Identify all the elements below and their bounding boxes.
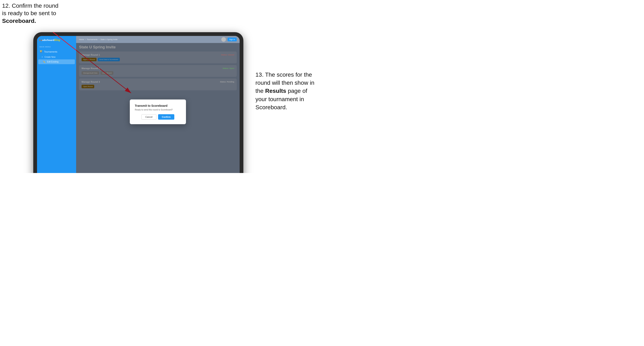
modal-title: Transmit to Scoreboard — [135, 104, 181, 107]
sidebar-tournaments-label: Tournaments — [44, 50, 58, 53]
breadcrumb-sep2: > — [98, 38, 100, 40]
tablet-frame: LeaderboardKing MAIN MENU 🏆 Tournaments … — [33, 32, 243, 173]
app-layout: LeaderboardKing MAIN MENU 🏆 Tournaments … — [37, 36, 240, 173]
sidebar-create-label: Create New — [44, 56, 56, 58]
logo-board: aderboard — [42, 38, 54, 41]
modal-box: Transmit to Scoreboard Ready to send thi… — [130, 99, 186, 124]
breadcrumb-sep1: > — [85, 38, 86, 40]
logo-king: King — [54, 38, 60, 41]
annotation-top: 12. Confirm the round is ready to be sen… — [2, 2, 58, 25]
breadcrumb-tournaments: Tournaments — [87, 38, 98, 40]
modal-overlay: Transmit to Scoreboard Ready to send thi… — [76, 43, 240, 173]
edit-icon: ✏️ — [43, 61, 45, 63]
page-content: State U Spring Invite Manage Round 1 Sta… — [76, 43, 240, 173]
annotation-line2: is ready to be sent to — [2, 10, 56, 16]
annotation-bottom: 13. The scores for the round will then s… — [256, 71, 320, 111]
tablet-screen: LeaderboardKing MAIN MENU 🏆 Tournaments … — [37, 36, 240, 173]
breadcrumb: Home > Tournaments > State U Spring Invi… — [79, 38, 118, 40]
logo: LeaderboardKing — [39, 38, 60, 42]
modal-actions: Cancel Confirm — [135, 114, 181, 120]
breadcrumb-current: State U Spring Invite — [100, 38, 118, 40]
top-header: Home > Tournaments > State U Spring Invi… — [76, 36, 240, 43]
logo-container: LeaderboardKing — [37, 36, 76, 44]
sidebar-item-tournaments[interactable]: 🏆 Tournaments — [37, 49, 76, 55]
sidebar-item-create-new[interactable]: + Create New — [37, 55, 76, 59]
trophy-icon: 🏆 — [40, 50, 42, 53]
annotation-bottom-text: 13. The scores for the round will then s… — [256, 71, 314, 111]
sidebar-item-edit-existing[interactable]: ✏️ Edit Existing — [38, 59, 75, 64]
modal-cancel-button[interactable]: Cancel — [142, 114, 156, 120]
user-avatar — [221, 37, 226, 42]
sidebar-edit-label: Edit Existing — [47, 61, 58, 63]
menu-label: MAIN MENU — [37, 44, 76, 49]
sidebar: LeaderboardKing MAIN MENU 🏆 Tournaments … — [37, 36, 76, 173]
sign-in-button[interactable]: Sign In — [228, 38, 237, 41]
logo-leader: Le — [39, 38, 42, 41]
annotation-line1: 12. Confirm the round — [2, 2, 58, 9]
modal-subtitle: Ready to send this round to Scoreboard? — [135, 109, 181, 111]
plus-icon: + — [42, 56, 43, 58]
annotation-line3: Scoreboard. — [2, 18, 36, 24]
breadcrumb-home: Home — [79, 38, 84, 40]
main-content: Home > Tournaments > State U Spring Invi… — [76, 36, 240, 173]
header-actions: Sign In — [221, 37, 237, 42]
modal-confirm-button[interactable]: Confirm — [158, 114, 174, 120]
